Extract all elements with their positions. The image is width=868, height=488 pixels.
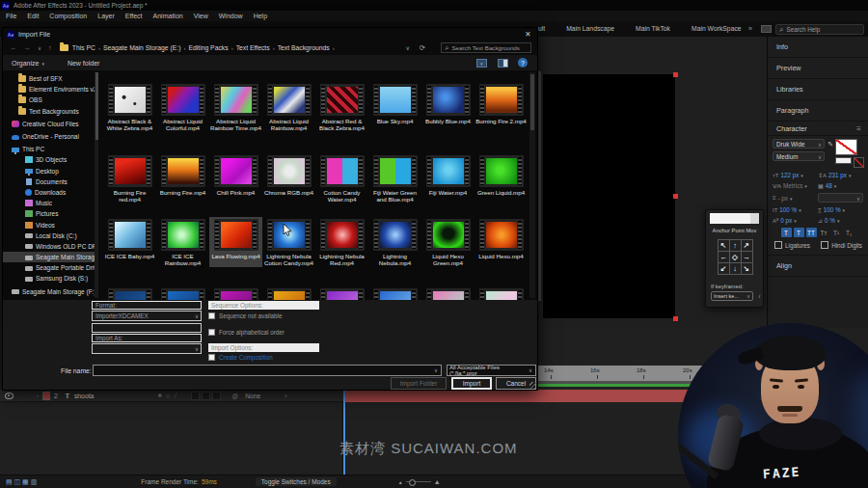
tsume-control[interactable]: ⊿ 0 % xyxy=(818,217,863,224)
panel-section-header[interactable]: Info xyxy=(768,37,868,58)
file-item[interactable]: Cotton Candy Water.mp4 xyxy=(315,153,368,203)
sidebar-item[interactable]: Downloads xyxy=(3,187,95,198)
workspace-tab[interactable]: Main WorkSpace xyxy=(692,25,742,32)
file-item[interactable]: Chill Pink.mp4 xyxy=(209,153,262,203)
faux-style-toggle[interactable]: T xyxy=(781,228,792,237)
import-folder-button[interactable]: Import Folder xyxy=(391,377,447,390)
format-extra-field[interactable] xyxy=(92,323,202,333)
layer-switch-boxes[interactable] xyxy=(191,392,221,400)
create-composition-checkbox[interactable]: Create Composition xyxy=(208,354,273,361)
organize-button[interactable]: Organize xyxy=(12,60,44,67)
file-item[interactable] xyxy=(103,286,156,300)
font-style-dropdown[interactable]: Medium xyxy=(773,151,825,161)
vertical-scale-control[interactable]: ІT 100 % xyxy=(773,206,818,213)
file-item[interactable]: Abstract Liquid Rainbow.mp4 xyxy=(262,82,315,132)
file-item[interactable]: Blue Sky.mp4 xyxy=(368,82,421,132)
file-item[interactable]: Abstract Red & Black Zebra.mp4 xyxy=(315,82,368,132)
menu-item[interactable]: Window xyxy=(219,13,243,19)
file-item[interactable]: Lightning Nebula Red.mp4 xyxy=(315,217,368,267)
menu-item[interactable]: File xyxy=(6,13,16,19)
format-dropdown[interactable]: ImporterXDCAMEX∨ xyxy=(92,311,202,321)
sidebar-item[interactable]: Text Backgrounds xyxy=(3,106,95,117)
sidebar-item[interactable]: Creative Cloud Files xyxy=(3,119,95,129)
workspace-tab[interactable]: ult xyxy=(538,25,545,32)
panel-section-header[interactable]: Libraries xyxy=(768,79,868,100)
anchor-direction-button[interactable]: ↘ xyxy=(741,262,753,275)
parent-dropdown[interactable]: None xyxy=(242,392,290,400)
file-item[interactable] xyxy=(315,286,368,300)
sidebar-scrollbar[interactable] xyxy=(95,72,98,298)
character-panel-header[interactable]: Character xyxy=(768,122,868,136)
sidebar-item[interactable]: Music xyxy=(3,198,95,208)
file-item[interactable] xyxy=(475,286,528,300)
file-item[interactable]: Fiji Water.mp4 xyxy=(421,153,475,203)
file-item[interactable]: Lava Flowing.mp4 xyxy=(209,217,262,267)
panel-menu-icon[interactable] xyxy=(856,124,861,133)
faux-style-toggle[interactable]: T₁ xyxy=(844,228,854,237)
file-item[interactable] xyxy=(368,286,421,300)
help-icon[interactable]: ? xyxy=(518,58,528,68)
workspace-tab[interactable]: Main TikTok xyxy=(636,25,670,32)
align-section-header[interactable]: Align xyxy=(768,255,868,277)
history-chevron-icon[interactable]: ∨ xyxy=(38,45,41,51)
layer-twirl-icon[interactable]: › xyxy=(37,393,39,398)
layer-row[interactable]: › 2 T shoota ✱◇╱ @ None xyxy=(0,390,343,402)
import-button[interactable]: Import xyxy=(451,377,492,390)
menu-item[interactable]: Composition xyxy=(49,13,87,19)
breadcrumb-segment[interactable]: Text Effects› xyxy=(236,44,275,51)
file-item[interactable]: Fiji Water Green and Blue.mp4 xyxy=(368,153,421,203)
sidebar-item[interactable]: OBS xyxy=(3,95,95,105)
file-item[interactable]: Burning Fire 2.mp4 xyxy=(475,82,528,132)
zoom-slider[interactable] xyxy=(406,481,431,482)
composition-frame[interactable] xyxy=(543,74,675,318)
file-item[interactable]: Abstract Black & White Zebra.mp4 xyxy=(103,82,156,132)
breadcrumb-segment[interactable]: Text Backgrounds› xyxy=(278,44,335,51)
faux-style-toggle[interactable]: T¹ xyxy=(831,228,842,237)
file-item[interactable]: Chroma RGB.mp4 xyxy=(262,153,315,203)
horizontal-scale-control[interactable]: T̲ 100 % xyxy=(818,206,863,213)
comp-scrollbar[interactable] xyxy=(538,71,541,301)
sidebar-item[interactable]: Seagate Main Storage (E:) xyxy=(3,252,95,262)
menu-item[interactable]: View xyxy=(194,13,208,19)
file-item[interactable] xyxy=(156,286,209,300)
force-alpha-checkbox[interactable]: Force alphabetical order xyxy=(208,329,285,336)
close-icon[interactable]: ✕ xyxy=(523,29,533,40)
resize-grip-icon[interactable] xyxy=(529,382,536,389)
workspace-tab[interactable]: Main Landscape xyxy=(566,25,614,32)
breadcrumb-segment[interactable]: Seagate Main Storage (E:)› xyxy=(103,44,185,51)
workspace-switcher-icon[interactable] xyxy=(761,25,772,33)
font-family-dropdown[interactable]: Druk Wide xyxy=(773,139,825,149)
selection-handle[interactable] xyxy=(673,194,678,199)
zoom-out-icon[interactable]: ▲ xyxy=(398,479,403,485)
layer-switch-icons[interactable]: ✱◇╱ xyxy=(157,393,180,398)
status-bar-icons[interactable]: ▤ ◫ ▦ ▥ xyxy=(6,478,37,486)
eyedropper-icon[interactable]: ✎ xyxy=(827,141,833,149)
file-item[interactable] xyxy=(421,286,475,300)
stroke-swatch[interactable] xyxy=(835,157,852,164)
pick-whip-icon[interactable]: @ xyxy=(232,393,239,399)
forward-icon[interactable]: → xyxy=(24,43,32,52)
sidebar-item[interactable]: Pictures xyxy=(3,208,95,219)
back-icon[interactable]: ← xyxy=(10,43,17,52)
menu-item[interactable]: Animation xyxy=(153,13,183,19)
timeline-zoom-control[interactable]: ▲ ▲ xyxy=(398,478,441,485)
baseline-shift-control[interactable]: Aª 0 px xyxy=(773,217,818,224)
breadcrumb-segment[interactable]: Editing Packs› xyxy=(188,44,232,51)
sidebar-item[interactable]: Documents xyxy=(3,176,95,187)
keyframe-dropdown[interactable]: Insert ke... ∨ xyxy=(711,291,753,301)
file-item[interactable]: Liquid Hexo.mp4 xyxy=(475,217,528,267)
kerning-control[interactable]: V⁄A Metrics xyxy=(773,182,818,189)
toggle-switches-button[interactable]: Toggle Switches / Modes xyxy=(256,477,337,486)
font-size-control[interactable]: тT 122 px xyxy=(773,172,818,178)
sidebar-item[interactable]: 3D Objects xyxy=(3,154,95,165)
layer-color-swatch[interactable] xyxy=(42,392,50,400)
refresh-icon[interactable]: ⟳ xyxy=(420,43,425,52)
file-item[interactable]: Burning Fire red.mp4 xyxy=(103,153,156,203)
breadcrumb-segment[interactable]: This PC› xyxy=(72,44,100,51)
leading-control[interactable]: ⇕A 231 px xyxy=(818,172,863,178)
file-type-dropdown[interactable]: All Acceptable Files (*.fla;*.prpr∨ xyxy=(447,365,536,376)
playhead[interactable] xyxy=(343,390,345,474)
menu-item[interactable]: Help xyxy=(254,13,267,19)
sidebar-item[interactable]: Local Disk (C:) xyxy=(3,230,95,241)
faux-style-toggle[interactable]: T xyxy=(794,228,804,237)
